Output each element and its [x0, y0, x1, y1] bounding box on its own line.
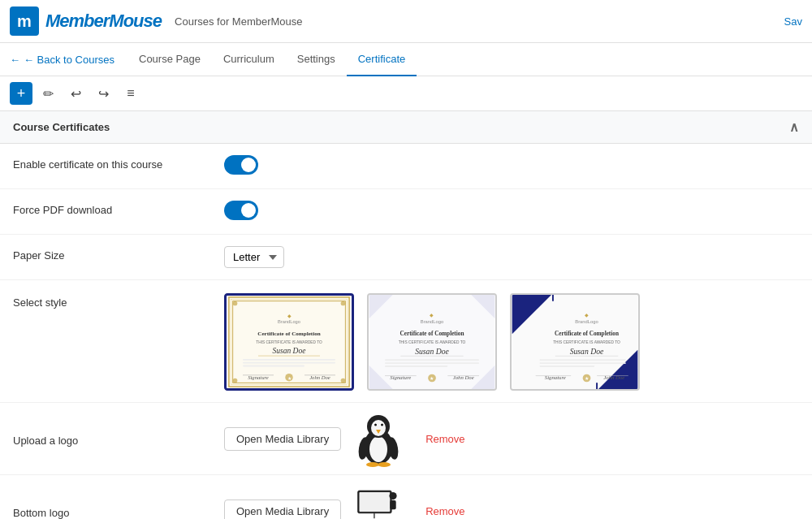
bottom-logo-row-inner: Open Media Library — [224, 487, 799, 519]
select-style-row: Select style — [0, 280, 812, 403]
svg-rect-80 — [390, 500, 395, 509]
svg-point-64 — [369, 436, 387, 462]
mm-wordmark: MemberMouse — [45, 11, 162, 32]
section-header: Course Certificates ∧ — [0, 111, 812, 144]
back-link-label: ← Back to Courses — [24, 54, 114, 66]
svg-rect-14 — [243, 359, 335, 361]
svg-text:◆: ◆ — [287, 314, 292, 318]
back-to-courses-link[interactable]: ← ← Back to Courses — [10, 44, 114, 76]
paper-size-select[interactable]: Letter A4 Legal — [224, 246, 284, 268]
upload-logo-control: Open Media Library — [224, 414, 799, 463]
toggle-slider — [224, 155, 258, 175]
remove-logo-link[interactable]: Remove — [425, 433, 464, 445]
tab-course-page[interactable]: Course Page — [127, 43, 212, 76]
tab-settings[interactable]: Settings — [286, 43, 347, 76]
save-button[interactable]: Sav — [784, 15, 802, 28]
svg-text:Susan Doe: Susan Doe — [273, 347, 306, 355]
main-content: Course Certificates ∧ Enable certificate… — [0, 111, 812, 519]
add-button[interactable]: + — [10, 82, 32, 105]
force-pdf-row: Force PDF download — [0, 189, 812, 235]
svg-rect-16 — [243, 365, 304, 367]
remove-bottom-logo-link[interactable]: Remove — [425, 505, 464, 517]
svg-rect-35 — [385, 362, 479, 364]
edit-button[interactable]: ✏ — [36, 81, 60, 106]
svg-point-74 — [366, 462, 379, 467]
redo-button[interactable]: ↪ — [91, 81, 115, 106]
svg-rect-77 — [360, 491, 391, 511]
list-button[interactable]: ≡ — [119, 81, 143, 106]
svg-point-7 — [341, 378, 346, 383]
editor-toolbar: + ✏ ↩ ↪ ≡ — [0, 76, 812, 111]
force-pdf-label: Force PDF download — [13, 201, 224, 216]
paper-size-label: Paper Size — [13, 246, 224, 262]
svg-text:THIS CERTIFICATE IS AWARDED TO: THIS CERTIFICATE IS AWARDED TO — [256, 340, 322, 344]
svg-text:Certificate of Completion: Certificate of Completion — [555, 331, 619, 337]
penguin-icon — [354, 410, 403, 467]
open-media-library-button-logo[interactable]: Open Media Library — [224, 427, 341, 451]
force-pdf-toggle[interactable] — [224, 201, 258, 220]
bottom-logo-control: Open Media Library — [224, 487, 799, 519]
paper-size-row: Paper Size Letter A4 Legal — [0, 235, 812, 280]
svg-rect-36 — [385, 365, 447, 367]
svg-point-79 — [390, 491, 397, 499]
svg-point-5 — [341, 301, 346, 306]
cert-style-control: ◆ BrandLogo Certificate of Completion TH… — [224, 293, 799, 391]
bottom-logo-row: Bottom logo Open Media Library — [0, 475, 812, 519]
enable-cert-row: Enable certificate on this course — [0, 144, 812, 189]
svg-text:Certificate of Completion: Certificate of Completion — [400, 331, 464, 337]
undo-button[interactable]: ↩ — [63, 81, 88, 106]
upload-logo-row-inner: Open Media Library — [224, 414, 799, 463]
svg-point-69 — [374, 424, 377, 426]
bottom-logo-label: Bottom logo — [13, 504, 224, 519]
enable-cert-control — [224, 155, 799, 177]
brand-logo: m MemberMouse — [10, 6, 162, 36]
open-media-library-button-bottom[interactable]: Open Media Library — [224, 500, 341, 520]
force-pdf-control — [224, 201, 799, 223]
bottom-logo-preview — [354, 487, 403, 519]
cert-styles-container: ◆ BrandLogo Certificate of Completion TH… — [224, 293, 799, 391]
svg-text:★: ★ — [585, 376, 589, 381]
enable-cert-label: Enable certificate on this course — [13, 155, 224, 171]
svg-text:Susan Doe: Susan Doe — [570, 347, 604, 356]
cert-style-2[interactable]: ◆ BrandLogo Certificate of Completion TH… — [367, 293, 497, 391]
svg-text:BrandLogo: BrandLogo — [421, 319, 443, 324]
svg-text:BrandLogo: BrandLogo — [278, 319, 300, 324]
upload-logo-label: Upload a logo — [13, 431, 224, 447]
mm-logo-icon: m — [10, 6, 39, 36]
svg-point-70 — [381, 424, 383, 426]
nav-tabs-bar: ← ← Back to Courses Course Page Curricul… — [0, 43, 812, 76]
svg-rect-54 — [540, 359, 626, 361]
collapse-icon[interactable]: ∧ — [789, 119, 799, 135]
cert-style-3[interactable]: ◆ BrandLogo Certificate of Completion TH… — [510, 293, 640, 391]
svg-point-75 — [378, 462, 391, 467]
svg-rect-56 — [540, 365, 595, 367]
svg-rect-34 — [385, 359, 479, 361]
enable-cert-toggle[interactable] — [224, 155, 258, 175]
svg-text:Certificate of Completion: Certificate of Completion — [257, 331, 320, 337]
svg-rect-15 — [243, 362, 335, 364]
svg-text:◆: ◆ — [585, 313, 589, 318]
tab-curriculum[interactable]: Curriculum — [212, 43, 286, 76]
svg-text:★: ★ — [287, 376, 292, 381]
svg-text:THIS CERTIFICATE IS AWARDED TO: THIS CERTIFICATE IS AWARDED TO — [399, 340, 466, 344]
svg-text:THIS CERTIFICATE IS AWARDED TO: THIS CERTIFICATE IS AWARDED TO — [553, 340, 620, 344]
svg-point-4 — [233, 301, 238, 306]
svg-point-6 — [233, 378, 238, 383]
svg-rect-55 — [540, 362, 626, 364]
top-bar: m MemberMouse Courses for MemberMouse Sa… — [0, 0, 812, 43]
tab-certificate[interactable]: Certificate — [347, 43, 417, 76]
svg-text:★: ★ — [430, 376, 434, 381]
svg-text:BrandLogo: BrandLogo — [575, 319, 598, 324]
back-arrow-icon: ← — [10, 54, 20, 66]
logo-preview — [354, 414, 403, 463]
page-title: Courses for MemberMouse — [175, 15, 303, 28]
svg-text:Susan Doe: Susan Doe — [415, 347, 449, 356]
paper-size-control: Letter A4 Legal — [224, 246, 799, 268]
section-title: Course Certificates — [13, 121, 110, 133]
svg-text:◆: ◆ — [430, 313, 434, 318]
toggle-slider-2 — [224, 201, 258, 220]
instructor-icon — [354, 485, 403, 520]
upload-logo-row: Upload a logo Open Media Library — [0, 403, 812, 475]
select-style-label: Select style — [13, 293, 224, 309]
cert-style-1[interactable]: ◆ BrandLogo Certificate of Completion TH… — [224, 293, 354, 391]
